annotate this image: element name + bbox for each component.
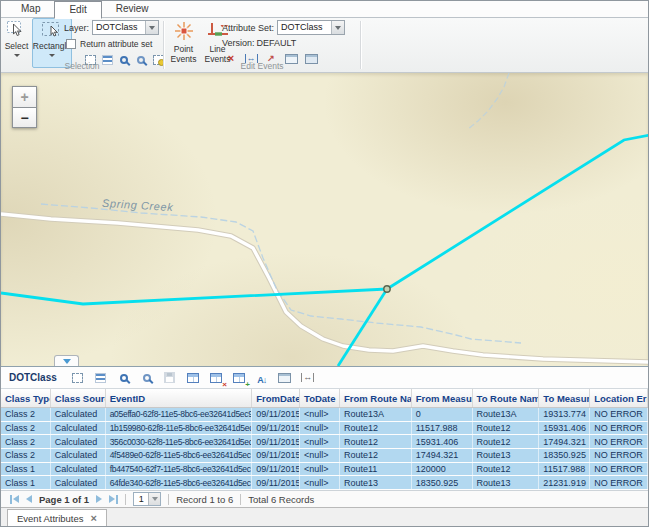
table-title: DOTClass	[9, 372, 57, 383]
table-cell: <null>	[300, 476, 340, 489]
table-cell: fb447540-62f7-11e5-8bc6-ee32641d5ec9	[106, 463, 253, 476]
tab-edit[interactable]: Edit	[54, 1, 101, 19]
panel-collapse-tab[interactable]	[54, 355, 79, 366]
table-cell: <null>	[300, 435, 340, 448]
sort-ascending-icon[interactable]	[253, 370, 271, 386]
rectangle-select-icon[interactable]	[69, 370, 87, 386]
ribbon: Map Edit Review Select	[1, 1, 648, 73]
total-records-label: Total 6 Records	[248, 494, 314, 505]
ribbon-tab-bar: Map Edit Review	[1, 1, 648, 18]
layer-label: Layer:	[64, 23, 89, 33]
save-icon[interactable]	[161, 370, 179, 386]
table-cell: NO ERROR	[590, 435, 648, 448]
collapse-arrow-icon	[63, 359, 71, 364]
selection-menu-icon[interactable]	[92, 370, 110, 386]
table-cell: Class 1	[1, 463, 51, 476]
delete-selected-icon[interactable]: ×	[207, 370, 225, 386]
table-cell: Calculated	[51, 476, 106, 489]
close-tab-icon[interactable]	[91, 513, 97, 524]
table-row[interactable]: Class 1Calculated64fde340-62f8-11e5-8bc6…	[1, 476, 648, 490]
table-cell: Route13A	[340, 408, 412, 421]
tab-map[interactable]: Map	[7, 1, 54, 18]
prev-page-button[interactable]	[26, 495, 32, 503]
attribute-set-dropdown[interactable]: DOTClass	[277, 20, 345, 35]
table-cell: Class 2	[1, 435, 51, 448]
attribute-window-icon[interactable]	[276, 370, 294, 386]
route-line-northeast	[387, 135, 648, 289]
column-header-to-measure[interactable]: To Measure	[539, 389, 590, 407]
page-number-input[interactable]: 1	[133, 492, 161, 506]
table-cell: 21231.919	[539, 476, 590, 489]
table-cell: Route13	[473, 449, 540, 462]
column-header-to-route-name[interactable]: To Route Name	[473, 389, 540, 407]
column-header-fromdate[interactable]: FromDate	[252, 389, 300, 407]
table-cell: Calculated	[51, 435, 106, 448]
first-page-button[interactable]	[10, 495, 19, 504]
table-cell: 09/11/2015	[252, 463, 300, 476]
table-cell: 09/11/2015	[252, 435, 300, 448]
table-cell: 09/11/2015	[252, 408, 300, 421]
table-header-row: Class TypeClass SourceEventIDFromDateToD…	[1, 389, 648, 408]
add-record-icon[interactable]: +	[230, 370, 248, 386]
attribute-set-row: Attribute Set: DOTClass	[222, 20, 345, 35]
zoom-in-button[interactable]: +	[12, 86, 37, 107]
table-row[interactable]: Class 1Calculatedfb447540-62f7-11e5-8bc6…	[1, 463, 648, 477]
table-row[interactable]: Class 2Calculated1b159980-62f8-11e5-8bc6…	[1, 422, 648, 436]
table-row[interactable]: Class 2Calculated4f5489e0-62f8-11e5-8bc6…	[1, 449, 648, 463]
map-canvas[interactable]: Spring Creek + −	[1, 73, 648, 366]
fit-columns-icon[interactable]	[299, 370, 317, 386]
column-header-from-route-name[interactable]: From Route Name	[340, 389, 412, 407]
zoom-to-selected-icon[interactable]	[115, 370, 133, 386]
attribute-set-label: Attribute Set:	[222, 23, 274, 33]
table-cell: Calculated	[51, 408, 106, 421]
table-cell: <null>	[300, 408, 340, 421]
table-cell: 09/11/2015	[252, 476, 300, 489]
zoom-out-button[interactable]: −	[12, 107, 37, 128]
pagination-bar: Page 1 of 1 1 Record 1 to 6 Total 6 Reco…	[1, 490, 648, 507]
column-header-from-measure[interactable]: From Measure	[412, 389, 473, 407]
column-header-class-source[interactable]: Class Source	[51, 389, 106, 407]
table-cell: 11517.988	[539, 463, 590, 476]
table-toolbar: DOTClass × +	[1, 367, 648, 389]
table-row[interactable]: Class 2Calculateda05effa0-62f8-11e5-8bc6…	[1, 408, 648, 422]
column-header-location-error[interactable]: Location Error	[590, 389, 648, 407]
column-header-eventid[interactable]: EventID	[106, 389, 253, 407]
event-attributes-tab[interactable]: Event Attributes	[7, 509, 107, 526]
table-cell: 0	[412, 408, 473, 421]
map-layers	[1, 73, 648, 366]
selection-group: Select Rectangle Layer:	[1, 18, 163, 72]
table-cell: Class 2	[1, 422, 51, 435]
table-cell: <null>	[300, 422, 340, 435]
page-label: Page 1 of 1	[39, 494, 89, 505]
layer-dropdown-arrow-icon[interactable]	[145, 21, 158, 34]
table-cell: 64fde340-62f8-11e5-8bc6-ee32641d5ec9	[106, 476, 253, 489]
column-header-class-type[interactable]: Class Type	[1, 389, 51, 407]
table-cell: Class 2	[1, 449, 51, 462]
table-cell: 17494.321	[539, 435, 590, 448]
table-cell: 356c0030-62f8-11e5-8bc6-ee32641d5ec9	[106, 435, 253, 448]
last-page-button[interactable]	[109, 495, 118, 504]
select-tool-button[interactable]: Select	[2, 18, 31, 67]
next-page-button[interactable]	[96, 495, 102, 503]
rectangle-select-icon	[41, 21, 63, 42]
page-number-dropdown-icon[interactable]	[148, 493, 160, 505]
layer-dropdown[interactable]: DOTClass	[92, 20, 159, 35]
page-number-value: 1	[134, 493, 148, 505]
return-attribute-set-row: Return attribute set	[66, 39, 152, 49]
return-attribute-set-label: Return attribute set	[80, 39, 152, 49]
magnifier-icon[interactable]	[138, 370, 156, 386]
attribute-table-icon[interactable]	[184, 370, 202, 386]
return-attribute-set-checkbox[interactable]	[66, 39, 76, 49]
selection-group-label: Selection	[1, 61, 163, 71]
column-header-todate[interactable]: ToDate	[300, 389, 340, 407]
tab-review[interactable]: Review	[102, 1, 163, 18]
table-cell: 15931.406	[539, 422, 590, 435]
attribute-set-dropdown-arrow-icon[interactable]	[331, 21, 344, 34]
table-cell: 19313.774	[539, 408, 590, 421]
record-range-label: Record 1 to 6	[176, 494, 233, 505]
table-row[interactable]: Class 2Calculated356c0030-62f8-11e5-8bc6…	[1, 435, 648, 449]
table-cell: NO ERROR	[590, 476, 648, 489]
version-row: Version: DEFAULT	[222, 38, 296, 48]
rectangle-dropdown-caret-icon	[49, 54, 55, 57]
ribbon-body: Select Rectangle Layer:	[1, 18, 648, 73]
